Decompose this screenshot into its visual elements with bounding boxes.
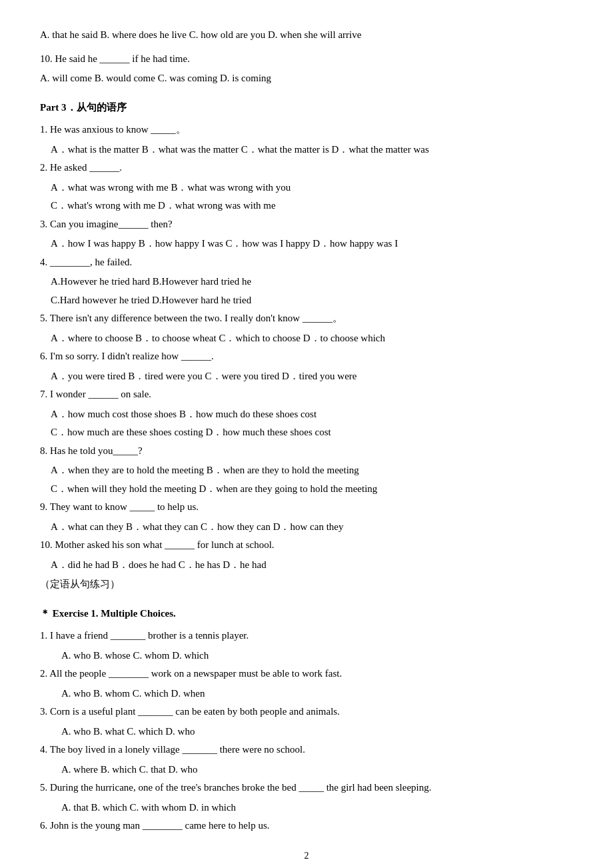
question-item: 2. He asked ______.A．what was wrong with… [40,159,573,215]
exercise-title: ＊ Exercise 1. Multiple Choices. [40,605,573,623]
exercise-question-text: 2. All the people ________ work on a new… [40,665,573,683]
exercise-option-line: A. that B. which C. with whom D. in whic… [40,799,573,817]
page-number: 2 [40,848,573,864]
part3-title: Part 3．从句的语序 [40,99,573,117]
question-text: 6. I'm so sorry. I didn't realize how __… [40,348,573,365]
question-item: 10. Mother asked his son what ______ for… [40,537,573,573]
option-line: A．what can they B．what they can C．how th… [40,519,573,536]
option-line: A．where to choose B．to choose wheat C．wh… [40,330,573,347]
option-line: A．what was wrong with me B．what was wron… [40,179,573,197]
question-item: 4. ________, he failed.A.However he trie… [40,254,573,309]
question-item: 3. Can you imagine______ then?A．how I wa… [40,216,573,253]
exercise-option-line: A. where B. which C. that D. who [40,761,573,779]
exercise-question-text: 5. During the hurricane, one of the tree… [40,779,573,797]
question-text: 9. They want to know _____ to help us. [40,499,573,516]
exercise-item: 5. During the hurricane, one of the tree… [40,779,573,816]
question-item: 5. There isn't any difference between th… [40,310,573,347]
answer-line: A. that he said B. where does he live C.… [40,27,573,44]
exercise-question-text: 6. John is the young man ________ came h… [40,817,573,835]
option-line: A．you were tired B．tired were you C．were… [40,368,573,385]
option-line: A．how I was happy B．how happy I was C．ho… [40,235,573,253]
option-line: C．when will they hold the meeting D．when… [40,481,573,498]
question-text: 8. Has he told you_____? [40,443,573,460]
question-text: 1. He was anxious to know _____。 [40,121,573,139]
exercise-item: 1. I have a friend _______ brother is a … [40,627,573,664]
exercise-item: 6. John is the young man ________ came h… [40,817,573,835]
exercise-option-line: A. who B. what C. which D. who [40,723,573,741]
question-text: 2. He asked ______. [40,159,573,177]
question-item: 6. I'm so sorry. I didn't realize how __… [40,348,573,385]
exercise-question-text: 1. I have a friend _______ brother is a … [40,627,573,645]
exercise-item: 3. Corn is a useful plant _______ can be… [40,703,573,740]
questions-container: 1. He was anxious to know _____。A．what i… [40,121,573,573]
exercise-option-line: A. who B. whom C. which D. when [40,685,573,703]
option-line: C．what's wrong with me D．what wrong was … [40,197,573,215]
q10-options: A. will come B. would come C. was coming… [40,73,271,83]
exercise-option-line: A. who B. whose C. whom D. which [40,647,573,665]
question-item: 9. They want to know _____ to help us.A．… [40,499,573,535]
question-item: 1. He was anxious to know _____。A．what i… [40,121,573,158]
q10-text: 10. He said he ______ if he had time. [40,53,190,64]
exercise-question-text: 4. The boy lived in a lonely village ___… [40,741,573,759]
question-text: 7. I wonder ______ on sale. [40,386,573,403]
option-line: A．did he had B．does he had C．he has D．he… [40,557,573,574]
question-item: 8. Has he told you_____?A．when they are … [40,443,573,498]
option-line: A.However he tried hard B.However hard t… [40,273,573,291]
question-text: 4. ________, he failed. [40,254,573,271]
question-text: 10. Mother asked his son what ______ for… [40,537,573,554]
exercise-item: 2. All the people ________ work on a new… [40,665,573,702]
option-line: C.Hard however he tried D.However hard h… [40,292,573,309]
exercise-item: 4. The boy lived in a lonely village ___… [40,741,573,778]
exercise-container: 1. I have a friend _______ brother is a … [40,627,573,835]
exercise-question-text: 3. Corn is a useful plant _______ can be… [40,703,573,721]
option-line: A．what is the matter B．what was the matt… [40,141,573,159]
option-line: A．how much cost those shoes B．how much d… [40,406,573,423]
question-text: 3. Can you imagine______ then? [40,216,573,233]
option-line: C．how much are these shoes costing D．how… [40,424,573,441]
option-line: A．when they are to hold the meeting B．wh… [40,462,573,479]
note-text: （定语从句练习） [40,579,120,589]
question-item: 7. I wonder ______ on sale.A．how much co… [40,386,573,441]
question-text: 5. There isn't any difference between th… [40,310,573,327]
